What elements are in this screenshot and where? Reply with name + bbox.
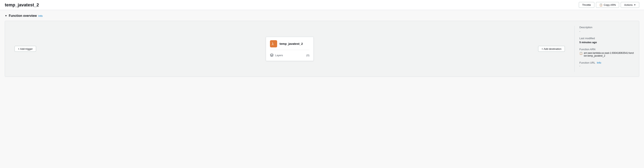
section-title: Function overview [9,14,37,18]
arn-copy-icon[interactable]: 📋 [580,52,582,55]
lambda-card-header: λ temp_javatest_2 [270,40,310,50]
function-url-info-link[interactable]: Info [597,61,601,64]
lambda-card-layers-row: Layers (0) [270,53,310,58]
diagram-area: + Add trigger λ temp_javatest_2 [10,26,570,72]
description-value: - [580,30,580,33]
section-header: ▼ Function overview Info [5,14,639,18]
info-panel: Description - Last modified 5 minutes ag… [574,26,634,72]
chevron-down-icon: ▼ [634,4,636,6]
layers-count: (0) [306,54,310,57]
lambda-icon: λ [270,40,277,47]
copy-arn-button[interactable]: 📋 Copy ARN [596,2,619,8]
header-actions: Throttle 📋 Copy ARN Actions ▼ [579,2,639,8]
add-trigger-button[interactable]: + Add trigger [14,46,36,52]
layers-label: Layers [270,53,283,58]
section-info-link[interactable]: Info [38,14,43,17]
last-modified-field: Last modified 5 minutes ago [580,37,634,44]
description-label: Description [580,26,634,29]
section-toggle-icon[interactable]: ▼ [5,14,7,17]
function-url-field: Function URL Info - [580,61,634,67]
last-modified-value: 5 minutes ago [580,41,597,44]
add-destination-button[interactable]: + Add destination [538,46,565,52]
function-url-value: - [580,64,580,67]
actions-button[interactable]: Actions ▼ [621,2,639,8]
svg-text:λ: λ [272,42,274,46]
throttle-button[interactable]: Throttle [579,2,594,8]
function-url-label: Function URL [580,61,595,64]
lambda-card-name: temp_javatest_2 [280,42,303,45]
last-modified-label: Last modified [580,37,634,40]
layers-icon [270,53,274,58]
copy-icon: 📋 [599,4,602,7]
lambda-function-card: λ temp_javatest_2 [266,37,314,61]
function-arn-label: Function ARN [580,48,634,51]
function-url-row: Function URL Info [580,61,634,64]
description-field: Description - [580,26,634,33]
function-arn-field: Function ARN 📋 arn:aws:lambda:us-east-1:… [580,48,634,57]
main-content: ▼ Function overview Info + Add trigger λ… [0,10,644,81]
page-title: temp_javatest_2 [5,3,39,8]
overview-container: + Add trigger λ temp_javatest_2 [5,21,639,77]
arn-value: arn:aws:lambda:us-east-1:930418063541:fu… [584,52,634,57]
arn-row: 📋 arn:aws:lambda:us-east-1:930418063541:… [580,52,634,57]
header-bar: temp_javatest_2 Throttle 📋 Copy ARN Acti… [0,0,644,10]
